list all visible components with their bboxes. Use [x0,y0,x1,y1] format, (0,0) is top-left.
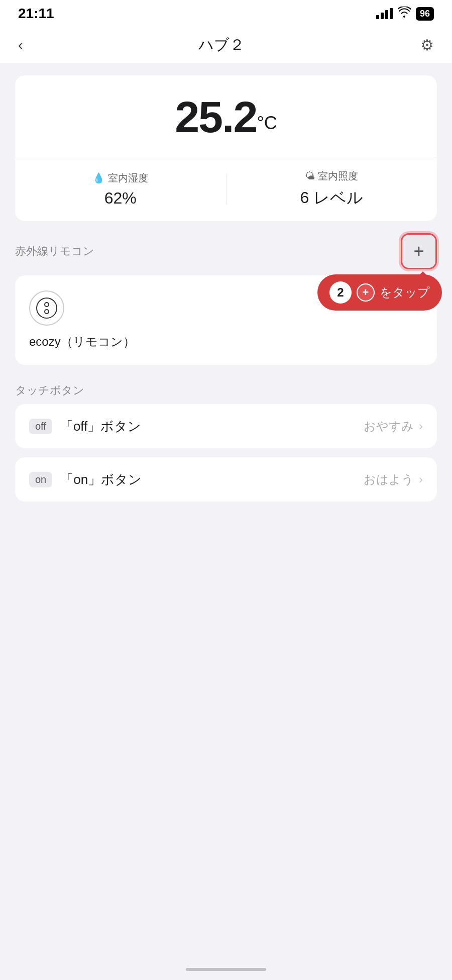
temperature-unit: °C [257,113,277,133]
plus-icon: + [413,242,424,260]
header: ‹ ハブ２ ⚙ [0,27,452,63]
settings-icon[interactable]: ⚙ [420,36,434,54]
on-button-label: 「on」ボタン [60,471,142,488]
off-button-left: off 「off」ボタン [29,418,141,435]
signal-icon [376,8,393,19]
on-button-right: おはよう › [364,471,423,487]
infrared-section-header: 赤外線リモコン + 2 + をタップ [0,221,452,275]
humidity-label: 💧 室内湿度 [92,171,148,185]
home-indicator [186,968,266,971]
humidity-value: 62% [104,189,137,208]
light-label: 🌤 室内照度 [305,169,358,183]
off-button-sub: おやすみ [364,418,414,434]
svg-point-1 [45,303,49,307]
battery-icon: 96 [416,7,434,21]
add-remote-button[interactable]: + [401,233,437,269]
off-button-right: おやすみ › [364,418,423,434]
chevron-right-icon-2: › [419,472,423,486]
infrared-section-title: 赤外線リモコン [15,244,94,259]
svg-point-0 [37,298,57,318]
device-name: ecozy（リモコン） [29,334,135,350]
on-badge: on [29,472,52,487]
temperature-section: 25.2°C [15,75,437,157]
device-icon [29,290,64,326]
light-item: 🌤 室内照度 6 レベル [227,169,437,209]
humidity-item: 💧 室内湿度 62% [15,171,226,208]
on-button-card[interactable]: on 「on」ボタン おはよう › [15,457,437,502]
status-bar: 21:11 96 [0,0,452,27]
sensor-card: 25.2°C 💧 室内湿度 62% 🌤 室内照度 6 レベル [15,75,437,221]
page-title: ハブ２ [198,35,245,55]
add-button-wrapper: + 2 + をタップ [401,233,437,269]
touch-section-title: タッチボタン [0,377,452,404]
light-value: 6 レベル [300,187,363,209]
off-badge: off [29,419,52,434]
off-button-card[interactable]: off 「off」ボタン おやすみ › [15,404,437,448]
status-time: 21:11 [18,6,54,22]
on-button-sub: おはよう [364,471,414,487]
on-button-left: on 「on」ボタン [29,471,142,488]
tooltip-text: をタップ [380,284,430,301]
tooltip-number: 2 [329,281,352,304]
env-section: 💧 室内湿度 62% 🌤 室内照度 6 レベル [15,157,437,221]
off-button-label: 「off」ボタン [60,418,141,435]
temperature-value: 25.2 [175,92,257,142]
drop-icon: 💧 [92,172,105,184]
remote-svg-icon [36,297,58,319]
wifi-icon [398,7,411,21]
sun-icon: 🌤 [305,170,315,182]
svg-point-2 [45,310,49,314]
chevron-right-icon: › [419,419,423,433]
status-icons: 96 [376,7,434,21]
tooltip-plus-icon: + [357,283,375,302]
tutorial-tooltip: 2 + をタップ [317,274,442,311]
back-button[interactable]: ‹ [18,37,23,53]
